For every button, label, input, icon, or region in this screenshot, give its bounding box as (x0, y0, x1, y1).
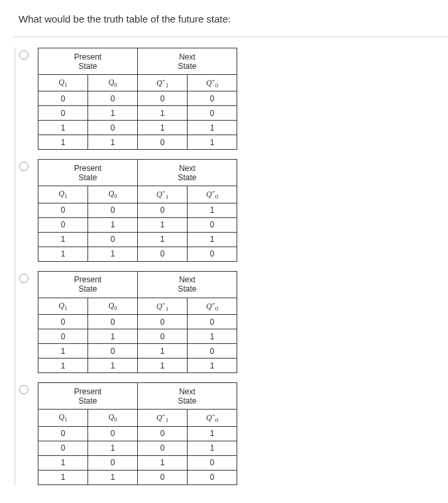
q1p-col: Q+1 (138, 410, 188, 426)
present-state-header: PresentState (38, 383, 138, 410)
cell-q0p: 0 (188, 217, 237, 232)
truth-table-1: PresentStateNextStateQ1Q0Q+1Q+0000101101… (38, 159, 237, 261)
cell-q1p: 1 (138, 232, 188, 247)
cell-q1p: 1 (138, 217, 188, 232)
cell-q0: 1 (88, 135, 138, 150)
cell-q0: 0 (88, 426, 138, 441)
q1p-col: Q+1 (138, 75, 188, 91)
q1-col: Q1 (38, 298, 88, 314)
cell-q0p: 0 (188, 106, 237, 121)
cell-q1p: 0 (138, 329, 188, 344)
cell-q1: 0 (38, 106, 88, 121)
cell-q0p: 1 (188, 441, 237, 455)
q0-col: Q0 (88, 186, 138, 203)
radio-option-2[interactable] (19, 274, 28, 283)
cell-q0: 0 (88, 121, 138, 135)
cell-q0p: 0 (188, 344, 237, 359)
cell-q0: 0 (88, 232, 138, 247)
cell-q1: 0 (38, 217, 88, 232)
question-text: What would be the truth table of the fut… (13, 13, 448, 25)
next-state-header: NextState (138, 383, 237, 410)
cell-q0: 0 (88, 455, 138, 470)
cell-q1p: 1 (138, 106, 188, 121)
radio-option-1[interactable] (19, 162, 28, 171)
next-state-header: NextState (138, 271, 237, 298)
next-state-header: NextState (138, 160, 237, 186)
table-row: 0001 (38, 203, 237, 217)
present-state-header: PresentState (38, 160, 138, 186)
option-row-0: PresentStateNextStateQ1Q0Q+1Q+0000001101… (15, 48, 448, 150)
q1-col: Q1 (38, 410, 88, 426)
truth-table-3: PresentStateNextStateQ1Q0Q+1Q+0000101011… (38, 382, 237, 484)
table-row: 0101 (38, 441, 237, 455)
truth-table-0: PresentStateNextStateQ1Q0Q+1Q+0000001101… (38, 48, 237, 150)
cell-q0p: 1 (188, 359, 237, 373)
cell-q0p: 1 (188, 329, 237, 344)
cell-q1p: 0 (138, 91, 188, 106)
cell-q1p: 1 (138, 121, 188, 135)
cell-q0: 1 (88, 217, 138, 232)
cell-q0p: 1 (188, 203, 237, 217)
cell-q1p: 1 (138, 455, 188, 470)
cell-q1: 0 (38, 91, 88, 106)
cell-q0: 1 (88, 359, 138, 373)
table-row: 1010 (38, 455, 237, 470)
cell-q1: 1 (38, 135, 88, 150)
q0p-col: Q+0 (188, 410, 237, 426)
table-row: 1100 (38, 470, 237, 484)
radio-option-0[interactable] (19, 50, 28, 60)
cell-q0: 1 (88, 441, 138, 455)
table-row: 1100 (38, 247, 237, 261)
q1-col: Q1 (38, 186, 88, 203)
option-row-2: PresentStateNextStateQ1Q0Q+1Q+0000001011… (15, 271, 448, 373)
cell-q0: 0 (88, 344, 138, 359)
next-state-header: NextState (138, 48, 237, 75)
cell-q1p: 0 (138, 315, 188, 329)
cell-q1: 1 (38, 247, 88, 261)
cell-q0p: 0 (188, 247, 237, 261)
cell-q1: 1 (38, 344, 88, 359)
cell-q0: 0 (88, 315, 138, 329)
cell-q1p: 0 (138, 426, 188, 441)
table-row: 0110 (38, 217, 237, 232)
table-row: 0001 (38, 426, 237, 441)
cell-q0p: 1 (188, 121, 237, 135)
cell-q0p: 0 (188, 455, 237, 470)
table-row: 1011 (38, 121, 237, 135)
q0-col: Q0 (88, 75, 138, 91)
cell-q1: 1 (38, 359, 88, 373)
q1p-col: Q+1 (138, 298, 188, 314)
cell-q0: 1 (88, 470, 138, 484)
cell-q1: 1 (38, 470, 88, 484)
cell-q0p: 1 (188, 232, 237, 247)
cell-q0: 1 (88, 247, 138, 261)
cell-q1p: 0 (138, 470, 188, 484)
cell-q1: 0 (38, 426, 88, 441)
table-row: 1011 (38, 232, 237, 247)
cell-q1p: 0 (138, 247, 188, 261)
radio-option-3[interactable] (19, 385, 28, 394)
q0p-col: Q+0 (188, 298, 237, 314)
q1-col: Q1 (38, 75, 88, 91)
table-row: 0110 (38, 106, 237, 121)
q0p-col: Q+0 (188, 75, 237, 91)
present-state-header: PresentState (38, 271, 138, 298)
q1p-col: Q+1 (138, 186, 188, 203)
cell-q1: 0 (38, 441, 88, 455)
cell-q0p: 0 (188, 470, 237, 484)
table-row: 0101 (38, 329, 237, 344)
cell-q0: 0 (88, 203, 138, 217)
cell-q1: 1 (38, 232, 88, 247)
option-row-3: PresentStateNextStateQ1Q0Q+1Q+0000101011… (15, 382, 448, 484)
cell-q0: 0 (88, 91, 138, 106)
table-row: 0000 (38, 91, 237, 106)
present-state-header: PresentState (38, 48, 138, 75)
option-row-1: PresentStateNextStateQ1Q0Q+1Q+0000101101… (15, 159, 448, 261)
cell-q0p: 0 (188, 315, 237, 329)
table-row: 1111 (38, 359, 237, 373)
cell-q1: 0 (38, 329, 88, 344)
table-row: 0000 (38, 315, 237, 329)
cell-q1p: 1 (138, 344, 188, 359)
q0-col: Q0 (88, 298, 138, 314)
cell-q1p: 0 (138, 135, 188, 150)
